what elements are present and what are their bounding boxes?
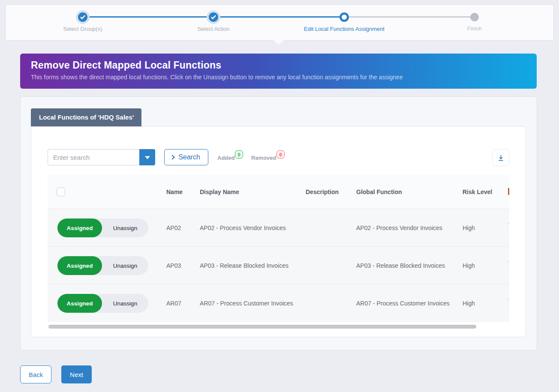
- select-all-checkbox[interactable]: [57, 188, 65, 196]
- next-button[interactable]: Next: [61, 365, 92, 383]
- table-header: Name Display Name Description Global Fun…: [48, 175, 509, 209]
- clipped-cell-element: [508, 299, 509, 308]
- local-functions-table: Name Display Name Description Global Fun…: [48, 175, 509, 322]
- stepper-step-select-groups[interactable]: Select Group(s): [18, 5, 147, 32]
- assigned-state[interactable]: Assigned: [57, 218, 102, 237]
- unassign-button[interactable]: Unassign: [102, 294, 148, 313]
- cell-risk-level: High: [463, 224, 475, 231]
- cell-global-function: AP02 - Process Vendor Invoices: [356, 224, 442, 231]
- cell-display-name: AR07 - Process Customer Invoices: [200, 300, 293, 307]
- table-row: Assigned Unassign AR07 AR07 - Process Cu…: [48, 284, 509, 322]
- banner-title: Remove Direct Mapped Local Functions: [31, 60, 526, 71]
- col-header-description: Description: [306, 189, 339, 195]
- search-input[interactable]: [48, 149, 139, 165]
- stepper-step-label: Select Group(s): [18, 26, 147, 32]
- upcoming-step-dot: [470, 13, 479, 21]
- horizontal-scrollbar[interactable]: [48, 325, 476, 329]
- assigned-state[interactable]: Assigned: [57, 256, 102, 275]
- download-button[interactable]: [492, 149, 509, 166]
- col-header-global-function: Global Function: [356, 189, 402, 195]
- stepper-step-edit-local-functions[interactable]: Edit Local Functions Assignment: [280, 5, 409, 32]
- stepper-notch: [273, 40, 284, 45]
- search-button[interactable]: Search: [164, 149, 208, 165]
- search-dropdown-button[interactable]: [139, 149, 155, 165]
- stepper: Select Group(s) Select Action Edit Local…: [5, 4, 554, 41]
- download-icon: [497, 154, 505, 162]
- stepper-step-finish[interactable]: Finish: [410, 5, 539, 32]
- unassign-button[interactable]: Unassign: [102, 218, 148, 237]
- assign-toggle[interactable]: Assigned Unassign: [57, 218, 148, 237]
- assign-toggle[interactable]: Assigned Unassign: [57, 256, 148, 275]
- search-button-label: Search: [178, 153, 200, 161]
- cell-name: AP02: [166, 224, 181, 231]
- cell-risk-level: High: [463, 262, 475, 269]
- stepper-step-label: Finish: [410, 25, 539, 32]
- page: Select Group(s) Select Action Edit Local…: [0, 0, 559, 392]
- removed-label: Removed: [251, 155, 276, 161]
- chevron-right-icon: [170, 155, 174, 159]
- assigned-state[interactable]: Assigned: [57, 294, 102, 313]
- table-row: Assigned Unassign AP03 AP03 - Release Bl…: [48, 247, 509, 284]
- col-header-risk-level: Risk Level: [463, 189, 492, 195]
- added-count-badge: 0: [235, 150, 243, 159]
- banner-subtitle: This forms shows the direct mapped local…: [31, 74, 526, 81]
- stepper-step-select-action[interactable]: Select Action: [149, 5, 278, 32]
- cell-risk-level: High: [463, 300, 475, 307]
- col-header-name: Name: [166, 189, 183, 195]
- unassign-button[interactable]: Unassign: [102, 256, 148, 275]
- added-label: Added: [217, 155, 234, 161]
- active-step-dot: [340, 12, 349, 22]
- back-button[interactable]: Back: [20, 365, 51, 383]
- tab-local-functions[interactable]: Local Functions of 'HDQ Sales': [31, 108, 141, 126]
- assign-toggle[interactable]: Assigned Unassign: [57, 294, 148, 313]
- clipped-cell-element: [508, 261, 509, 270]
- clipped-column-header: [508, 188, 509, 195]
- cell-name: AR07: [166, 300, 181, 307]
- cell-display-name: AP02 - Process Vendor Invoices: [200, 224, 286, 231]
- cell-global-function: AR07 - Process Customer Invoices: [356, 300, 450, 307]
- caret-down-icon: [145, 156, 150, 159]
- removed-count-badge: 0: [276, 150, 285, 159]
- clipped-cell-element: [508, 223, 509, 233]
- table-row: Assigned Unassign AP02 AP02 - Process Ve…: [48, 209, 509, 247]
- cell-name: AP03: [166, 262, 181, 269]
- stepper-step-label: Edit Local Functions Assignment: [280, 26, 409, 32]
- cell-global-function: AP03 - Release Blocked Invoices: [356, 262, 445, 269]
- col-header-display-name: Display Name: [200, 189, 239, 195]
- check-icon: [209, 12, 218, 22]
- banner: Remove Direct Mapped Local Functions Thi…: [20, 54, 537, 89]
- stepper-step-label: Select Action: [149, 26, 278, 32]
- check-icon: [78, 12, 87, 22]
- local-functions-panel: Search Added 0 Removed 0 Name Display Na…: [31, 126, 526, 337]
- cell-display-name: AP03 - Release Blocked Invoices: [200, 262, 289, 269]
